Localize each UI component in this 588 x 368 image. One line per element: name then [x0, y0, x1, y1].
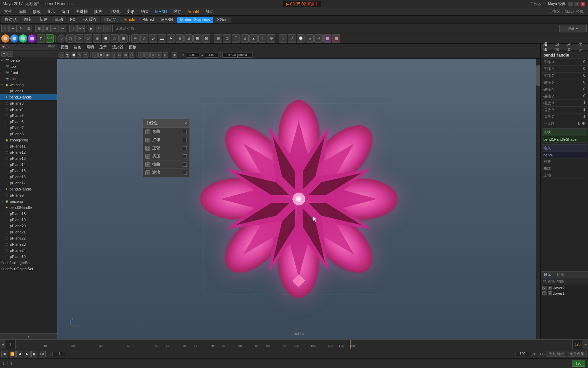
deformer-twist-check[interactable] [183, 163, 187, 167]
icon-soft-sel[interactable]: ⊙ [267, 34, 275, 43]
layer-action-select[interactable]: 选择 [548, 279, 555, 284]
icon-svg-shelf[interactable]: SVG [46, 34, 54, 43]
menu-file[interactable]: 文件 [1, 8, 15, 15]
deformer-item-wave[interactable]: ≈ 波浪 [143, 169, 190, 177]
vp-display-7[interactable]: ⬡ [129, 52, 134, 58]
outliner-item-bend2handle[interactable]: ✦ bend2Handle [0, 186, 57, 192]
icon-sphere-teal[interactable]: ⬤ [19, 34, 27, 43]
icon-sculpt-flat[interactable]: ▬ [158, 34, 166, 43]
window-controls[interactable]: ─ □ × [568, 2, 585, 6]
icon-sphere-purple[interactable]: ⬤ [28, 34, 36, 43]
icon-measure[interactable]: ⊺ [258, 34, 266, 43]
vp-menu-shading[interactable]: 着色 [71, 44, 83, 50]
tab-custom[interactable]: 自定义 [101, 16, 120, 23]
menu-keyframe[interactable]: 关键帧 [73, 8, 91, 15]
deformer-item-bend[interactable]: ⌒ 弯曲 [143, 128, 190, 136]
tab-xgen[interactable]: XGen [214, 17, 231, 23]
outliner-item-zhongceng[interactable]: ▾ ▣ zhongceng [0, 137, 57, 143]
icon-T[interactable]: T [37, 34, 45, 43]
tab-anim-layer[interactable]: 动画 [555, 272, 566, 278]
outliner-item-pplane22[interactable]: ⬚ pPlane22 [0, 235, 57, 241]
vp-menu-view[interactable]: 视图 [59, 44, 70, 50]
icon-pencil[interactable]: ✏ [131, 34, 140, 43]
outliner-item-pplane10[interactable]: ⬚ pPlane10 [0, 254, 57, 260]
outliner-item-pplane17[interactable]: ⬚ pPlane17 [0, 180, 57, 186]
tool-snap2[interactable]: ⊟ [43, 25, 51, 32]
tool-redo[interactable]: ↪ [59, 25, 66, 32]
close-button[interactable]: × [581, 2, 585, 6]
vp-menu-renderer[interactable]: 渲染器 [110, 44, 126, 50]
tab-mash[interactable]: MASH [158, 17, 177, 23]
outliner-item-pplane7[interactable]: ⬚ pPlane7 [0, 125, 57, 131]
icon-collapse[interactable]: ⊟ [176, 34, 184, 43]
minimize-button[interactable]: ─ [568, 2, 573, 6]
tab-display-layer[interactable]: 显示 [542, 272, 553, 278]
vp-tool-4[interactable]: ✎ [77, 52, 82, 58]
viewport[interactable]: 视图 着色 照明 显示 渲染器 面板 ⬚ 📷 🔲 ✎ ✏ □ ■ ▣ ⬚ ⊟ ⊞… [57, 44, 540, 339]
tool-svg[interactable]: SVG [77, 25, 85, 32]
icon-deform3[interactable]: ⌚ [297, 34, 305, 43]
icon-poly-tools[interactable]: ▣ [119, 34, 128, 43]
vp-display-5[interactable]: ⊟ [117, 52, 122, 58]
tool-select[interactable]: ↖ [1, 25, 9, 32]
tab-sculpt[interactable]: 雕刻 [21, 16, 36, 23]
icon-triangle[interactable]: △ [111, 34, 119, 43]
outliner-item-pplane11[interactable]: ⬚ pPlane11 [0, 143, 57, 149]
icon-node[interactable]: ⬟ [102, 34, 110, 43]
viewport-scrollbar[interactable] [536, 59, 540, 339]
tab-flow[interactable]: 流动 [51, 16, 66, 23]
icon-deform2[interactable]: ↗ [288, 34, 296, 43]
outliner-item-persp[interactable]: ▸ 📷 persp [0, 57, 57, 63]
deformer-sine-check[interactable] [183, 146, 187, 150]
icon-ring[interactable]: ◎ [66, 34, 75, 43]
vp-display-2[interactable]: ■ [98, 52, 104, 58]
btn-go-end[interactable]: ⏭ [39, 351, 46, 357]
icon-deform1[interactable]: ↕ [279, 34, 287, 43]
icon-grid[interactable]: ⊞ [93, 34, 101, 43]
vp-snap-5[interactable]: ⊕ [163, 52, 168, 58]
icon-mirror[interactable]: ⊣ [314, 34, 323, 43]
outliner-item-pplane14[interactable]: ⬚ pPlane14 [0, 162, 57, 168]
layer-v-1[interactable]: V [542, 291, 546, 295]
frame-start-input[interactable] [52, 352, 66, 356]
btn-step-back[interactable]: ◀ [16, 351, 23, 357]
icon-diamond[interactable]: ◇ [75, 34, 83, 43]
icon-split[interactable]: ⊞ [193, 34, 201, 43]
tab-bifrost[interactable]: Bifrost [139, 17, 158, 23]
icon-texture2[interactable]: ▩ [332, 34, 340, 43]
timeline-current-frame[interactable]: 120 [572, 340, 583, 349]
btn-play-forward[interactable]: ▶ [24, 351, 31, 357]
menu-edit[interactable]: 编辑 [16, 8, 29, 15]
outliner-item-top[interactable]: 📷 top [0, 63, 57, 70]
outliner-item-bend3handle[interactable]: ✦ bend3Handle [0, 204, 57, 211]
vp-menu-display[interactable]: 显示 [97, 44, 109, 50]
layer-action-layers[interactable]: 层 [542, 279, 546, 284]
outliner-item-pplane9[interactable]: ⬚ pPlane9 [0, 192, 57, 198]
outliner-item-defaultobjectset[interactable]: ⬡ defaultObjectSet [0, 266, 57, 272]
outliner-search[interactable]: ⌕ [7, 51, 13, 57]
tool-snap[interactable]: ⊞ [35, 25, 43, 32]
icon-paint[interactable]: 🖌 [149, 34, 157, 43]
tab-polygon[interactable]: 多边形 [1, 16, 20, 23]
maximize-button[interactable]: □ [574, 2, 579, 6]
menu-constrain[interactable]: 约束 [138, 8, 152, 15]
vp-snap-3[interactable]: ⊙ [150, 52, 156, 58]
viewport-scrollbar-thumb[interactable] [536, 65, 540, 86]
tab-motion-graphics[interactable]: Motion Graphics [177, 17, 213, 23]
vp-display-4[interactable]: ⬚ [111, 52, 116, 58]
outliner-item-pplane20[interactable]: ⬚ pPlane20 [0, 223, 57, 229]
timeline-range-start[interactable]: 1 [5, 340, 16, 349]
vp-tool-2[interactable]: 📷 [65, 52, 70, 58]
tool-render[interactable]: ▶ [88, 25, 95, 32]
outliner-item-pplane23[interactable]: ⬚ pPlane23 [0, 241, 57, 247]
outliner-item-pplane1[interactable]: ⬚ pPlane1 [0, 88, 57, 94]
menu-arnold[interactable]: Arnold [185, 9, 202, 15]
outliner-item-pplane4[interactable]: ⬚ pPlane4 [0, 106, 57, 112]
menu-playback[interactable]: 播放 [91, 8, 105, 15]
icon-connect[interactable]: ⊠ [202, 34, 210, 43]
tool-cam2[interactable]: ⬛ [103, 25, 111, 32]
outliner-item-pplane3[interactable]: ⬚ pPlane3 [0, 100, 57, 106]
vp-snap-4[interactable]: ◎ [157, 52, 162, 58]
tool-undo[interactable]: ↩ [51, 25, 59, 32]
menu-deform[interactable]: 变形 [124, 8, 137, 15]
